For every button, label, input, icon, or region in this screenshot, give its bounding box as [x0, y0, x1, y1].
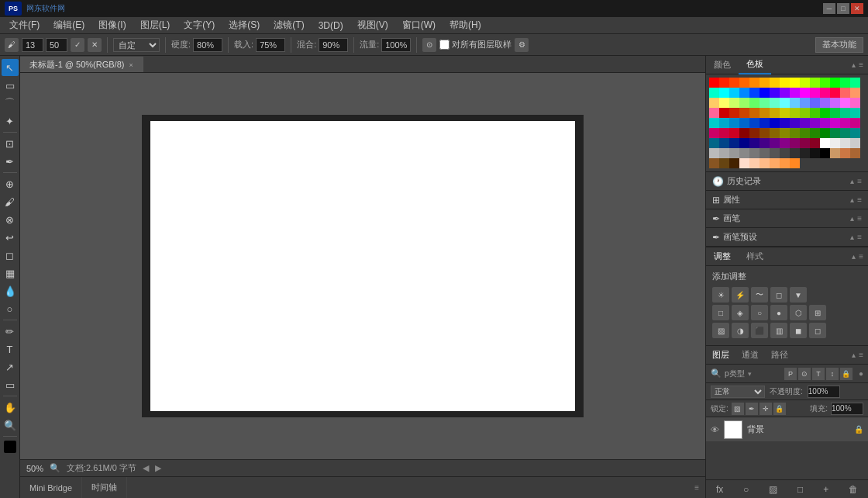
window-controls[interactable]: ─ □ ✕: [823, 3, 863, 14]
brush-options-icon[interactable]: ⚙: [515, 38, 529, 52]
adjust-collapse[interactable]: ▴: [852, 252, 856, 261]
swatch[interactable]: [840, 98, 850, 108]
mini-bridge-tab[interactable]: Mini Bridge: [20, 477, 82, 499]
adjust-gradient-map[interactable]: ▥: [770, 323, 787, 338]
status-arrow-right[interactable]: ▶: [155, 463, 161, 473]
adjust-other[interactable]: ◻: [809, 323, 826, 338]
menu-select[interactable]: 选择(S): [222, 17, 266, 33]
opacity-input[interactable]: [808, 386, 840, 398]
swatch[interactable]: [820, 108, 830, 118]
swatch[interactable]: [820, 98, 830, 108]
swatch[interactable]: [800, 138, 810, 148]
all-layers-check[interactable]: 对所有图层取样: [439, 39, 512, 50]
brush-preset-menu[interactable]: ≡: [857, 233, 862, 241]
swatch[interactable]: [840, 148, 850, 158]
swatch[interactable]: [749, 98, 760, 108]
swatch[interactable]: [820, 138, 830, 148]
brush-tool[interactable]: 🖌: [2, 193, 19, 210]
color-panel-collapse-icon[interactable]: ▴: [852, 61, 856, 69]
tool-preset-icon[interactable]: 🖌: [5, 38, 19, 52]
swatch[interactable]: [770, 88, 780, 98]
swatch[interactable]: [850, 118, 860, 128]
swatch[interactable]: [810, 108, 820, 118]
swatch[interactable]: [770, 128, 780, 138]
swatch[interactable]: [830, 138, 840, 148]
swatch[interactable]: [760, 108, 770, 118]
airbrush-icon[interactable]: ⊙: [422, 38, 436, 52]
swatch[interactable]: [770, 78, 780, 88]
swatch[interactable]: [800, 118, 810, 128]
adjust-selective-color[interactable]: ◼: [790, 323, 807, 338]
adjust-curves[interactable]: 〜: [751, 287, 768, 303]
swatch[interactable]: [739, 148, 749, 158]
swatch[interactable]: [749, 118, 760, 128]
history-collapse[interactable]: ▴: [850, 177, 854, 185]
text-tool[interactable]: T: [2, 341, 19, 358]
menu-view[interactable]: 视图(V): [351, 17, 394, 33]
layers-tab[interactable]: 图层: [706, 346, 735, 365]
swatch[interactable]: [760, 158, 770, 168]
swatch[interactable]: [790, 118, 800, 128]
filter-adjust-btn[interactable]: ⊙: [798, 368, 811, 380]
swatch[interactable]: [830, 118, 840, 128]
brush-mode-icon[interactable]: ✓: [71, 38, 84, 52]
path-select-tool[interactable]: ↗: [2, 358, 19, 375]
magic-wand-tool[interactable]: ✦: [2, 112, 19, 130]
properties-menu[interactable]: ≡: [857, 195, 862, 204]
menu-layer[interactable]: 图层(L): [134, 17, 177, 33]
swatch[interactable]: [790, 88, 800, 98]
adjust-exposure[interactable]: ◻: [770, 287, 787, 303]
swatch[interactable]: [790, 108, 800, 118]
swatch[interactable]: [729, 128, 739, 138]
menu-3d[interactable]: 3D(D): [312, 19, 350, 33]
history-panel-header[interactable]: 🕐 历史记录 ▴ ≡: [706, 172, 868, 191]
layers-collapse[interactable]: ▴: [852, 351, 856, 359]
swatch[interactable]: [840, 138, 850, 148]
swatches-tab[interactable]: 色板: [739, 56, 771, 74]
swatch[interactable]: [820, 128, 830, 138]
layer-delete-btn[interactable]: 🗑: [846, 484, 861, 495]
history-brush-tool[interactable]: ↩: [2, 229, 19, 246]
swatch[interactable]: [800, 98, 810, 108]
swatch[interactable]: [709, 108, 719, 118]
swatch[interactable]: [719, 108, 729, 118]
swatch[interactable]: [840, 128, 850, 138]
properties-panel-header[interactable]: ⊞ 属性 ▴ ≡: [706, 191, 868, 209]
adjust-color-balance[interactable]: ◈: [732, 305, 749, 320]
swatch[interactable]: [850, 108, 860, 118]
adjust-hsl[interactable]: □: [712, 305, 729, 320]
adjust-bw[interactable]: ○: [751, 305, 768, 320]
swatch[interactable]: [709, 148, 719, 158]
layer-group-btn[interactable]: □: [794, 484, 806, 495]
swatch[interactable]: [729, 158, 739, 168]
swatch[interactable]: [830, 88, 840, 98]
layer-visibility-icon[interactable]: 👁: [711, 425, 719, 434]
swatch[interactable]: [830, 128, 840, 138]
adjust-photo-filter[interactable]: ●: [770, 305, 787, 320]
blend-mode-select[interactable]: 正常: [711, 386, 765, 398]
lock-transparent-btn[interactable]: ▨: [732, 403, 744, 415]
swatch[interactable]: [760, 128, 770, 138]
swatch[interactable]: [780, 148, 790, 158]
layer-fx-btn[interactable]: fx: [713, 484, 726, 495]
adjust-menu[interactable]: ≡: [859, 252, 863, 261]
adjust-color-lookup[interactable]: ⊞: [809, 305, 826, 320]
shape-tool[interactable]: ▭: [2, 376, 19, 393]
brush-preset-panel-header[interactable]: ✒ 画笔预设 ▴ ≡: [706, 228, 868, 247]
swatch[interactable]: [780, 78, 790, 88]
swatch[interactable]: [810, 88, 820, 98]
swatch[interactable]: [830, 78, 840, 88]
swatch[interactable]: [709, 88, 719, 98]
menu-filter[interactable]: 滤镜(T): [267, 17, 310, 33]
swatch[interactable]: [790, 98, 800, 108]
swatch[interactable]: [739, 78, 749, 88]
move-tool[interactable]: ↖: [2, 59, 19, 76]
swatch[interactable]: [739, 128, 749, 138]
lock-image-btn[interactable]: ✒: [746, 403, 758, 415]
swatch[interactable]: [719, 78, 729, 88]
swatch[interactable]: [800, 108, 810, 118]
swatch[interactable]: [739, 98, 749, 108]
swatch[interactable]: [840, 88, 850, 98]
swatch[interactable]: [739, 88, 749, 98]
layer-adjust-btn[interactable]: ▨: [766, 484, 780, 495]
